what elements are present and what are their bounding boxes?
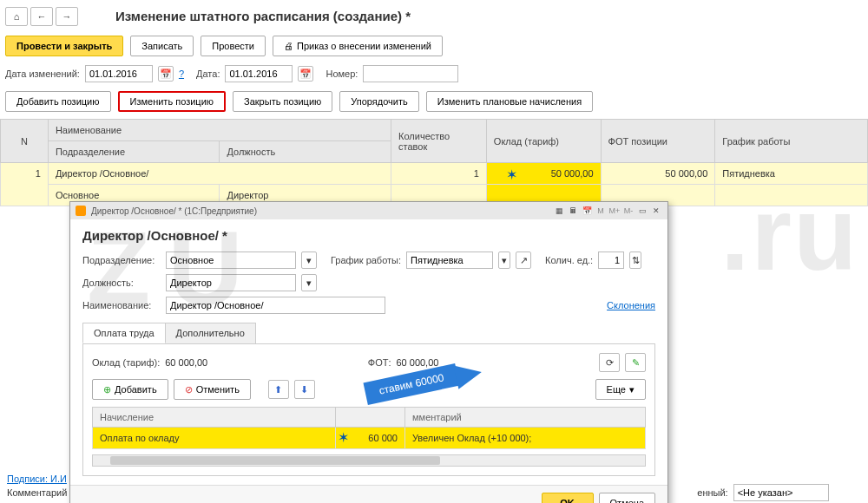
comment-label: Комментарий: [7, 487, 67, 498]
date-changes-label: Дата изменений:: [5, 69, 80, 79]
number-label: Номер:: [326, 69, 358, 79]
fot-value: 60 000,00: [396, 357, 438, 368]
col-n: N: [1, 120, 49, 163]
date-input[interactable]: [225, 65, 293, 82]
print-icon: 🖨: [284, 41, 293, 51]
salary-cell-highlight[interactable]: ✶ 50 000,00: [486, 163, 601, 185]
refresh-button[interactable]: ⟳: [599, 353, 620, 372]
back-button[interactable]: ←: [30, 7, 53, 26]
fot-label: ФОТ:: [368, 357, 391, 368]
stop-icon: ⊘: [185, 384, 193, 395]
tab-pay[interactable]: Оплата труда: [82, 323, 166, 343]
dropdown-icon[interactable]: ▾: [498, 252, 510, 269]
app-icon: [76, 206, 86, 216]
close-position-button[interactable]: Закрыть позицию: [233, 91, 332, 112]
col-dept: Подразделение: [48, 141, 220, 163]
dept-input[interactable]: [166, 252, 296, 269]
calc-icon[interactable]: 🖩: [567, 205, 579, 217]
h-scrollbar[interactable]: [92, 454, 646, 467]
tab-extra[interactable]: Дополнительно: [165, 323, 256, 343]
burst-icon: ✶: [506, 167, 517, 183]
minimize-icon[interactable]: ▭: [636, 205, 648, 217]
open-icon[interactable]: ↗: [516, 252, 531, 269]
edit-button[interactable]: ✎: [625, 353, 646, 372]
col-name: Наименование: [48, 120, 391, 141]
declension-link[interactable]: Склонения: [607, 300, 655, 310]
role-label: Должность:: [82, 278, 161, 288]
cancel-accrual-button[interactable]: ⊘Отменить: [174, 379, 251, 400]
calendar-icon-2[interactable]: 📅: [298, 66, 313, 82]
change-plan-button[interactable]: Изменить плановые начисления: [426, 91, 593, 112]
dialog-title: Директор /Основное/ * (1С:Предприятие): [91, 206, 257, 216]
submit-button[interactable]: Провести: [201, 36, 266, 56]
number-input[interactable]: [363, 65, 458, 82]
table-row[interactable]: 1 Директор /Основное/ 1 ✶ 50 000,00 50 0…: [1, 163, 868, 185]
col-fot: ФОТ позиции: [601, 120, 715, 163]
dropdown-icon[interactable]: ▾: [301, 252, 317, 269]
date-label: Дата:: [196, 69, 220, 79]
date-changes-input[interactable]: [85, 65, 153, 82]
name-input[interactable]: [166, 297, 385, 314]
forward-button[interactable]: →: [56, 7, 78, 26]
save-button[interactable]: Записать: [130, 36, 194, 56]
m-plus-button[interactable]: M+: [608, 205, 621, 217]
grid-icon[interactable]: ▦: [553, 205, 565, 217]
name-label: Наименование:: [82, 300, 161, 310]
move-down-button[interactable]: ⬇: [294, 380, 315, 399]
accrual-row[interactable]: Оплата по окладу ✶ 60 000 Увеличен Оклад…: [93, 428, 646, 449]
chevron-down-icon: ▾: [629, 384, 635, 395]
edit-position-button[interactable]: Изменить позицию: [118, 91, 227, 112]
more-button[interactable]: Еще ▾: [595, 379, 646, 400]
add-accrual-button[interactable]: ⊕Добавить: [92, 379, 168, 400]
close-icon[interactable]: ✕: [650, 205, 662, 217]
calendar-tb-icon[interactable]: 📅: [581, 205, 593, 217]
dropdown-icon[interactable]: ▾: [301, 274, 317, 291]
col-salary: Оклад (тариф): [486, 120, 601, 163]
responsible-input[interactable]: [733, 484, 829, 501]
m-button[interactable]: M: [595, 205, 607, 217]
salary-label: Оклад (тариф):: [92, 357, 160, 368]
add-position-button[interactable]: Добавить позицию: [5, 91, 111, 112]
accruals-grid: Начисление мментарий Оплата по окладу ✶ …: [92, 407, 646, 449]
dialog-heading: Директор /Основное/ *: [82, 228, 655, 243]
plus-icon: ⊕: [103, 384, 111, 395]
role-input[interactable]: [166, 274, 296, 291]
calendar-icon[interactable]: 📅: [158, 66, 174, 82]
order-button[interactable]: 🖨 Приказ о внесении изменений: [273, 36, 443, 56]
home-button[interactable]: ⌂: [5, 7, 28, 26]
signatures-link[interactable]: Подписи: И.И: [7, 474, 67, 484]
dept-label: Подразделение:: [82, 255, 161, 265]
qty-label: Колич. ед.:: [545, 255, 593, 265]
col-accrual: Начисление: [93, 408, 336, 428]
qty-input[interactable]: [598, 252, 624, 269]
col-role: Должность: [220, 141, 391, 163]
responsible-label: енный:: [697, 487, 727, 498]
position-dialog: Директор /Основное/ * (1С:Предприятие) ▦…: [69, 201, 668, 503]
burst-icon: ✶: [338, 429, 349, 446]
stepper-icon[interactable]: ⇅: [629, 252, 641, 269]
salary-value: 60 000,00: [165, 357, 207, 368]
positions-grid: N Наименование Количество ставок Оклад (…: [0, 119, 868, 206]
submit-close-button[interactable]: Провести и закрыть: [5, 36, 123, 56]
col-schedule: График работы: [715, 120, 868, 163]
order-positions-button[interactable]: Упорядочить: [339, 91, 418, 112]
page-title: Изменение штатного расписания (создание)…: [115, 3, 411, 29]
move-up-button[interactable]: ⬆: [268, 380, 289, 399]
m-minus-button[interactable]: M-: [622, 205, 635, 217]
col-qty: Количество ставок: [391, 120, 487, 163]
schedule-input[interactable]: [406, 252, 493, 269]
schedule-label: График работы:: [331, 255, 401, 265]
col-comment: мментарий: [405, 408, 646, 428]
help-link[interactable]: ?: [179, 69, 184, 79]
